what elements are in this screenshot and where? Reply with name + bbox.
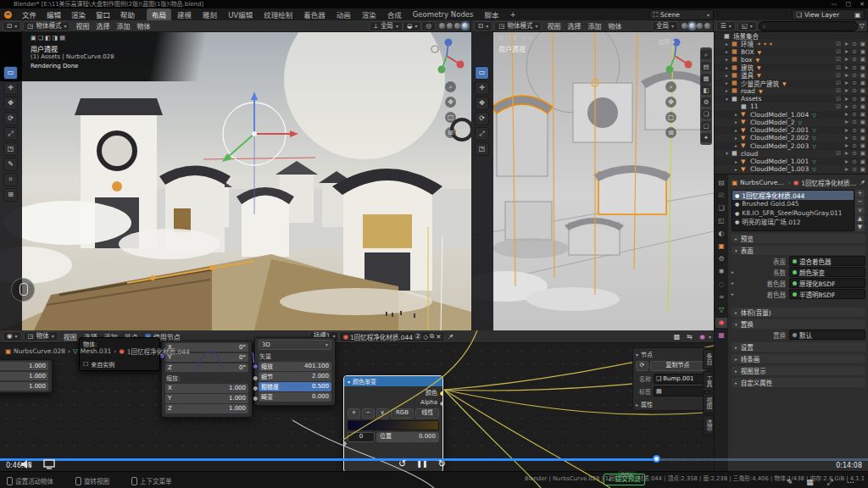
material-shading-icon[interactable] (697, 23, 703, 29)
properties-tab-icon[interactable]: ▤ (715, 178, 727, 188)
menu-item[interactable]: 文件 (17, 9, 42, 19)
menu-item[interactable]: 编辑 (42, 9, 66, 19)
properties-tab-icon[interactable]: ✱ (715, 267, 727, 277)
orientation-dropdown[interactable]: 全局▾ (652, 21, 678, 31)
visibility-toggle-icons[interactable]: ➤ ⊙ ▣ (844, 127, 866, 134)
workspace-tab[interactable]: Geometry Nodes (408, 9, 479, 19)
rendered-shading-icon[interactable] (462, 23, 468, 29)
minimize-button[interactable]: — (832, 0, 837, 8)
workspace-tab[interactable]: UV编辑 (223, 8, 258, 20)
expand-arrow-icon[interactable]: ▸ (726, 57, 732, 62)
viewport-mini-icon[interactable]: ▤ (59, 35, 65, 42)
timeline-scrub-handle[interactable] (653, 455, 660, 463)
properties-editor[interactable]: ▤⎚❏◱◐▣⚙✱◌∞▽◉▦ ▣ NurbsCurve.028 › ◉ 1回忆程净… (714, 174, 868, 472)
options-dropdown[interactable]: 选项 ▾ (658, 37, 675, 46)
noise-field[interactable]: 细节2.000 (259, 372, 331, 381)
scale-field[interactable]: Y1.000 (165, 394, 248, 403)
viewport-mini-icon[interactable]: ◧ (45, 35, 51, 42)
closed-panel-header[interactable]: ▸设置 (732, 342, 865, 352)
node-label-field[interactable]: ▤ (654, 386, 705, 396)
outliner-row[interactable]: ▸ ▦ road ▼ ☑ ➤ ⊙ ▣ (715, 87, 868, 95)
nav-icon[interactable]: ⊞ (445, 127, 456, 138)
view-layer-extra-icon[interactable]: ▣ (854, 11, 860, 19)
dimensions-dropdown[interactable]: 3D▾ (259, 340, 331, 351)
visibility-toggle-icons[interactable]: ☑ ➤ ⊙ ▣ (836, 80, 866, 86)
filter-icon[interactable]: ▽ (860, 22, 865, 30)
mode-dropdown[interactable]: ◳物体模式▾ (494, 21, 542, 31)
wireframe-shading-icon[interactable] (439, 23, 445, 29)
viewport-left[interactable]: ▣❏◧◨▤ 用户透视 (1) Assets | NurbsCurve.028 R… (0, 32, 471, 330)
expand-arrow-icon[interactable]: ▸ (735, 167, 741, 172)
closed-panel-header[interactable]: ▸自定义属性 (732, 378, 865, 387)
expand-arrow-icon[interactable]: ▸ (726, 65, 732, 70)
workspace-tab[interactable]: 着色器 (298, 8, 331, 20)
outliner-item-label[interactable]: CloudModel_1.001 (750, 158, 809, 165)
nav-icon[interactable]: ✥ (445, 97, 456, 108)
slot-action-button[interactable]: − (855, 198, 865, 206)
outliner[interactable]: ▦ 场景集合 ▸ ▦ 环境 ✦ ✦ ✦ ☑ ➤ ⊙ ▣ ▸ ▦ BOX ▼ ☑ … (714, 32, 868, 174)
outliner-row[interactable]: ▦ 11 ☑ ➤ ⊙ ▣ (715, 103, 868, 110)
snapping-icon[interactable]: ▩ (670, 333, 684, 341)
side-tab-icon[interactable]: ❏ (701, 109, 711, 119)
tool-button[interactable]: ⤢ (3, 127, 18, 141)
expand-arrow-icon[interactable]: ▸ (726, 80, 732, 86)
shader-node-selector[interactable]: 混合着色器 (789, 256, 865, 266)
expand-arrow-icon[interactable]: ▸ (735, 143, 741, 148)
surface-panel-header[interactable]: ▾表面 (732, 246, 865, 255)
preview-panel-header[interactable]: ▸预览 (732, 234, 865, 243)
viewport-mini-icon[interactable]: ▣ (31, 35, 36, 42)
maximize-button[interactable]: □ (846, 0, 852, 8)
pin-icon[interactable]: 📌︎ (860, 179, 866, 186)
outliner-row[interactable]: ▸ ▦ BOX ▼ ☑ ➤ ⊙ ▣ (715, 48, 868, 56)
forward-10-button[interactable]: ↻ (438, 458, 446, 470)
shader-menu-item[interactable]: 视图 (60, 332, 81, 341)
outliner-item-label[interactable]: 11 (750, 103, 759, 110)
workspace-tab[interactable]: 动画 (331, 8, 356, 20)
solid-shading-icon[interactable] (447, 23, 453, 29)
viewport-mini-icon[interactable]: ❏ (506, 35, 511, 42)
interpolation-dropdown[interactable]: 线性 (415, 408, 439, 419)
tool-button[interactable]: ▭ (475, 66, 489, 80)
tool-button[interactable]: ⌗ (3, 173, 18, 186)
node-name-field[interactable]: ❏ Bump.001 (654, 374, 705, 384)
n-panel-tab[interactable]: 选项 (703, 415, 714, 435)
slot-action-button[interactable]: ▼ (855, 224, 865, 231)
properties-tab-icon[interactable]: ◌ (715, 280, 727, 290)
closed-panel-header[interactable]: ▸视图显示 (732, 366, 865, 375)
viewport-mini-icon[interactable]: ▤ (527, 35, 533, 42)
visibility-toggle-icons[interactable]: ➤ ⊙ ▣ (844, 111, 866, 118)
tool-button[interactable]: ✛ (3, 81, 18, 95)
n-panel-tab[interactable]: 条目 (703, 349, 714, 369)
slot-action-button[interactable]: ▲ (855, 215, 865, 223)
properties-tab-icon[interactable]: ▣ (715, 241, 727, 252)
tool-button[interactable]: ✛ (475, 81, 489, 95)
workspace-tab[interactable]: 脚本 (479, 8, 504, 20)
properties-tab-icon[interactable]: ⎚ (715, 191, 727, 201)
player-action-icon[interactable]: ▦ (806, 478, 814, 487)
snap-toggle[interactable]: ◒▾ (403, 21, 422, 31)
mode-dropdown[interactable]: ◳物体模式▾ (23, 21, 70, 31)
tool-button[interactable]: ▭ (3, 66, 18, 80)
player-action-icon[interactable]: ⋯ (847, 478, 854, 487)
shading-mode-switch[interactable] (439, 23, 468, 29)
outliner-row[interactable]: ▸ ▼ CloudModel_2.002 ▽ ➤ ⊙ ▣ (715, 134, 868, 141)
expand-arrow-icon[interactable]: ▸ (732, 269, 738, 274)
material-browser[interactable]: ◉ 1回忆程净化材质.044 2 ◇ ⧉ ✕ (339, 331, 444, 342)
shading-mode-switch[interactable] (682, 23, 710, 29)
tool-button[interactable]: ✎ (3, 158, 18, 171)
shader-node-selector[interactable]: 原理化BSDF (789, 278, 865, 288)
viewport-mini-icon[interactable]: ◧ (513, 35, 519, 42)
properties-tab-icon[interactable]: ◉ (715, 318, 727, 328)
viewport-mini-icon[interactable]: ❏ (38, 35, 43, 42)
tool-button[interactable]: ⟳ (475, 112, 489, 125)
expand-arrow-icon[interactable]: ▸ (735, 119, 741, 125)
gradient-bar[interactable] (348, 420, 439, 430)
viewport-menu-item[interactable]: 视图 (72, 21, 92, 30)
preview-sphere-icon[interactable]: ◉ (696, 333, 709, 341)
tool-button[interactable]: ◳ (3, 142, 18, 156)
volume-panel-header[interactable]: ▸体积(音量) (732, 308, 865, 317)
material-slot[interactable]: ● Brushed Gold.045 (732, 200, 854, 209)
viewport-menu-item[interactable]: 视图 (543, 21, 564, 30)
n-panel-tab[interactable]: 视图 (703, 393, 714, 413)
close-button[interactable]: ✕ (860, 0, 865, 8)
